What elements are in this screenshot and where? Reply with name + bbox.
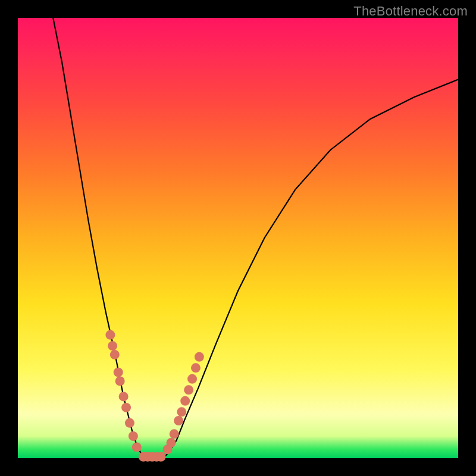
marker-left-cluster	[132, 443, 142, 452]
chart-stage: TheBottleneck.com	[0, 0, 476, 476]
marker-bottom-cluster	[156, 452, 166, 462]
marker-left-cluster	[125, 418, 134, 428]
watermark-text: TheBottleneck.com	[353, 4, 468, 19]
marker-left-cluster	[110, 350, 120, 359]
plot-area	[18, 18, 458, 458]
marker-right-cluster	[187, 374, 197, 384]
marker-left-cluster	[129, 431, 138, 441]
marker-left-cluster	[114, 368, 123, 377]
curve-right-branch	[163, 80, 458, 458]
marker-right-cluster	[195, 352, 204, 362]
marker-right-cluster	[177, 407, 186, 416]
marker-left-cluster	[105, 330, 115, 340]
marker-left-cluster	[121, 403, 131, 412]
marker-right-cluster	[180, 396, 190, 406]
chart-svg	[18, 18, 458, 458]
marker-left-cluster	[108, 341, 117, 350]
marker-right-cluster	[184, 385, 193, 394]
marker-right-cluster	[191, 363, 201, 372]
marker-right-cluster	[167, 438, 176, 447]
marker-right-cluster	[174, 416, 183, 425]
marker-right-cluster	[170, 429, 179, 439]
marker-left-cluster	[119, 392, 129, 401]
marker-left-cluster	[115, 377, 125, 386]
curve-left-branch	[53, 18, 145, 458]
